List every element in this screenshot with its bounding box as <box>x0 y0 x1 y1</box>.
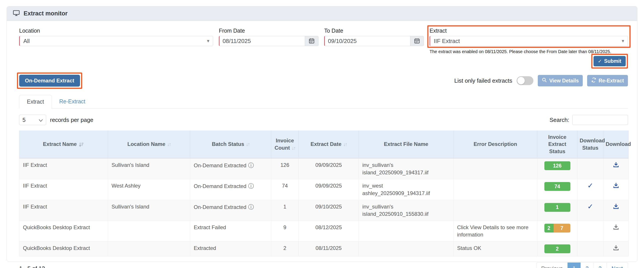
filter-row: Location All ▾ From Date <box>19 28 628 54</box>
column-header-invoice-extract-status[interactable]: Invoice Extract Status <box>537 130 578 158</box>
invoice-extract-status-badge: 2 <box>544 244 570 253</box>
download-icon[interactable] <box>613 203 619 210</box>
error-description-cell <box>454 200 537 220</box>
failed-extracts-toggle[interactable] <box>516 76 533 85</box>
extract-date-cell: 08/11/2025 <box>299 241 359 256</box>
column-header-extract-name[interactable]: Extract Name <box>20 130 108 158</box>
to-date-input[interactable] <box>324 36 410 46</box>
search-input[interactable] <box>572 115 628 125</box>
download-cell <box>604 220 628 241</box>
column-header-download-status[interactable]: Download Status <box>578 130 604 158</box>
extract-select-value: IIF Extract <box>434 38 460 44</box>
next-page-button[interactable]: Next <box>606 262 628 268</box>
location-name-cell: Sullivan's Island <box>108 200 190 220</box>
column-header-extract-file-name[interactable]: Extract File Name <box>359 130 454 158</box>
badge-segment: 2 <box>544 224 554 232</box>
extract-select[interactable]: IIF Extract ▾ <box>430 36 628 46</box>
info-icon[interactable]: ⓘ <box>248 183 254 189</box>
extract-monitor-screen: Extract monitor Location All ▾ From Date <box>0 0 644 268</box>
page-button-2[interactable]: 2 <box>580 262 594 268</box>
column-label: Download <box>606 141 631 147</box>
column-header-batch-status[interactable]: Batch Status↓↑ <box>190 130 271 158</box>
chevron-down-icon: ▾ <box>207 38 210 44</box>
batch-status-text: On-Demand Extracted <box>194 204 246 210</box>
column-header-invoice-count[interactable]: Invoice Count↓↑ <box>271 130 299 158</box>
column-label: Location Name <box>128 141 165 147</box>
extract-file-name-cell: inv_sullivan's island_20250910_155830.ii… <box>359 200 454 220</box>
column-header-location-name[interactable]: Location Name↓↑ <box>108 130 190 158</box>
download-icon[interactable] <box>613 224 619 230</box>
invoice-count-cell: 9 <box>271 220 299 241</box>
error-description-cell <box>454 158 537 179</box>
extract-date-cell: 09/09/2025 <box>299 179 359 200</box>
badge-segment: 74 <box>544 182 570 191</box>
batch-status-text: On-Demand Extracted <box>194 162 246 168</box>
column-label: Extract Date <box>310 141 342 147</box>
location-name-cell: Sullivan's Island <box>108 158 190 179</box>
pagination-row: 1 - 5 of 13 Previous 123Next <box>19 262 628 268</box>
submit-highlight-box: ✓ Submit <box>594 56 626 66</box>
column-header-extract-date[interactable]: Extract Date↓↑ <box>299 130 359 158</box>
page-button-1[interactable]: 1 <box>568 262 581 268</box>
download-status-cell <box>578 220 604 241</box>
download-icon[interactable] <box>613 182 619 189</box>
column-label: Extract Name <box>43 141 77 147</box>
download-status-cell <box>578 241 604 256</box>
on-demand-extract-button[interactable]: On-Demand Extract <box>19 75 80 86</box>
location-select[interactable]: All ▾ <box>19 36 213 46</box>
submit-button[interactable]: ✓ Submit <box>594 56 626 66</box>
batch-status-text: Extracted <box>194 245 216 251</box>
column-header-download[interactable]: Download <box>604 130 628 158</box>
column-label: Error Description <box>474 141 517 147</box>
error-description-cell <box>454 179 537 200</box>
to-date-calendar-button[interactable] <box>410 36 424 46</box>
from-date-calendar-button[interactable] <box>305 36 318 46</box>
sort-icons: ↓↑ <box>167 142 170 147</box>
download-status-cell <box>578 158 604 179</box>
page-size-select[interactable]: 5 <box>19 114 46 125</box>
extract-label: Extract <box>430 28 628 34</box>
info-icon[interactable]: ⓘ <box>248 204 254 210</box>
table-row: IIF ExtractWest AshleyOn-Demand Extracte… <box>20 179 628 200</box>
invoice-extract-status-badge: 74 <box>544 182 570 191</box>
batch-status-cell: On-Demand Extractedⓘ <box>190 200 271 220</box>
chevron-down-icon: ▾ <box>622 38 624 44</box>
download-icon[interactable] <box>613 244 619 251</box>
badge-segment: 126 <box>544 161 570 170</box>
previous-page-button[interactable]: Previous <box>536 262 568 268</box>
table-header-row: Extract NameLocation Name↓↑Batch Status↓… <box>20 130 628 158</box>
invoice-extract-status-badge: 27 <box>544 224 570 232</box>
re-extract-button[interactable]: Re-Extract <box>587 75 628 86</box>
tab-extract[interactable]: Extract <box>19 95 52 108</box>
extract-field-group: Extract IIF Extract ▾ The extract was en… <box>430 28 628 54</box>
view-details-button[interactable]: View Details <box>538 75 583 86</box>
extract-highlight-box: Extract IIF Extract ▾ <box>430 28 628 46</box>
table-controls-row: 5 records per page Search: <box>19 114 628 125</box>
search-controls: Search: <box>550 115 628 125</box>
column-header-error-description[interactable]: Error Description <box>454 130 537 158</box>
extract-name-cell: IIF Extract <box>20 158 108 179</box>
sort-icons: ↓↑ <box>246 142 250 147</box>
invoice-count-cell: 74 <box>271 179 299 200</box>
badge-segment: 2 <box>544 244 570 253</box>
extracts-table: Extract NameLocation Name↓↑Batch Status↓… <box>19 130 628 256</box>
invoice-extract-status-cell: 27 <box>537 220 578 241</box>
column-label: Invoice Count <box>274 138 294 150</box>
download-cell <box>604 179 628 200</box>
page-size-controls: 5 records per page <box>19 114 94 125</box>
location-name-cell <box>108 220 190 241</box>
monitor-icon <box>12 10 20 18</box>
download-icon[interactable] <box>613 161 619 168</box>
download-status-cell: ✓ <box>578 179 604 200</box>
invoice-count-cell: 2 <box>271 241 299 256</box>
column-label: Invoice Extract Status <box>548 134 566 154</box>
info-icon[interactable]: ⓘ <box>248 162 254 168</box>
badge-segment: 7 <box>554 224 570 232</box>
chevron-down-icon <box>39 117 43 123</box>
page-button-3[interactable]: 3 <box>594 262 607 268</box>
badge-segment: 1 <box>544 203 570 212</box>
tab-re-extract[interactable]: Re-Extract <box>52 95 93 108</box>
table-body: IIF ExtractSullivan's IslandOn-Demand Ex… <box>20 158 628 256</box>
from-date-input[interactable] <box>219 36 305 46</box>
download-cell <box>604 158 628 179</box>
